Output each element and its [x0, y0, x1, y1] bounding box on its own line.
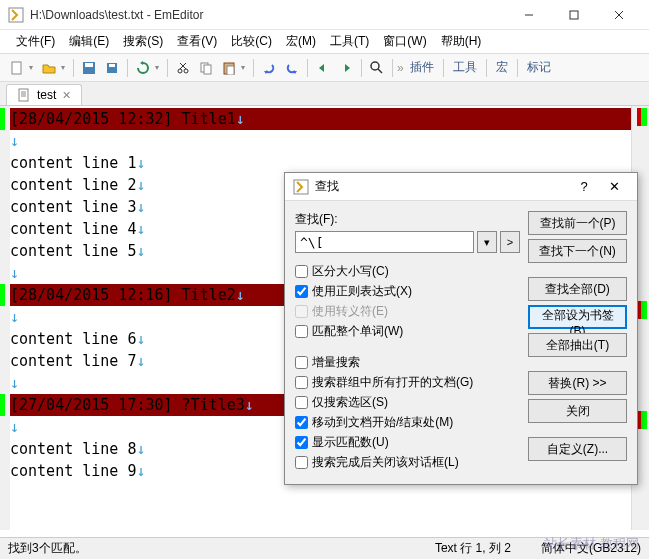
- svg-point-18: [371, 62, 379, 70]
- check-count[interactable]: 显示匹配数(U): [295, 434, 520, 451]
- replace-button[interactable]: 替换(R) >>: [528, 371, 627, 395]
- close-icon[interactable]: ✕: [62, 89, 71, 102]
- dropdown-icon[interactable]: ▾: [61, 63, 69, 72]
- window-controls: [506, 1, 641, 29]
- dropdown-icon[interactable]: ▾: [241, 63, 249, 72]
- maximize-button[interactable]: [551, 1, 596, 29]
- new-file-icon[interactable]: [6, 57, 28, 79]
- open-file-icon[interactable]: [38, 57, 60, 79]
- menu-view[interactable]: 查看(V): [171, 31, 223, 52]
- options-button[interactable]: >: [500, 231, 520, 253]
- app-icon: [8, 7, 24, 23]
- svg-rect-15: [204, 65, 211, 74]
- menu-tools[interactable]: 工具(T): [324, 31, 375, 52]
- svg-rect-20: [19, 89, 28, 101]
- cut-icon[interactable]: [172, 57, 194, 79]
- check-regex[interactable]: 使用正则表达式(X): [295, 283, 520, 300]
- menu-bar: 文件(F) 编辑(E) 搜索(S) 查看(V) 比较(C) 宏(M) 工具(T)…: [0, 30, 649, 54]
- check-all-open[interactable]: 搜索群组中所有打开的文档(G): [295, 374, 520, 391]
- check-incremental[interactable]: 增量搜索: [295, 354, 520, 371]
- svg-rect-2: [570, 11, 578, 19]
- find-dialog: 查找 ? ✕ 查找(F): ▾ > 区分大小写(C) 使用正则表达式(X) 使用…: [284, 172, 638, 485]
- dialog-close-button[interactable]: ✕: [599, 175, 629, 199]
- find-label: 查找(F):: [295, 211, 520, 228]
- check-wrap[interactable]: 移动到文档开始/结束处(M): [295, 414, 520, 431]
- toolbar-macro-button[interactable]: 宏: [491, 57, 513, 78]
- find-next-button[interactable]: 查找下一个(N): [528, 239, 627, 263]
- reload-icon[interactable]: [132, 57, 154, 79]
- svg-point-11: [184, 69, 188, 73]
- svg-rect-9: [109, 64, 115, 67]
- back-icon[interactable]: [312, 57, 334, 79]
- find-icon[interactable]: [366, 57, 388, 79]
- redo-icon[interactable]: [281, 57, 303, 79]
- status-encoding: 简体中文(GB2312): [541, 540, 641, 557]
- svg-rect-7: [85, 63, 93, 67]
- copy-icon[interactable]: [195, 57, 217, 79]
- tab-bar: test ✕: [0, 82, 649, 106]
- save-icon[interactable]: [78, 57, 100, 79]
- file-tab[interactable]: test ✕: [6, 84, 82, 105]
- document-icon: [17, 88, 31, 102]
- svg-rect-17: [227, 66, 234, 75]
- close-button[interactable]: 关闭: [528, 399, 627, 423]
- dropdown-icon[interactable]: ▾: [155, 63, 163, 72]
- status-position: Text 行 1, 列 2: [435, 540, 511, 557]
- menu-help[interactable]: 帮助(H): [435, 31, 488, 52]
- editor-line[interactable]: content line 1↓: [10, 152, 649, 174]
- help-button[interactable]: ?: [569, 175, 599, 199]
- window-title: H:\Downloads\test.txt - EmEditor: [30, 8, 506, 22]
- bookmark-all-button[interactable]: 全部设为书签(B): [528, 305, 627, 329]
- dropdown-icon[interactable]: ▾: [29, 63, 37, 72]
- undo-icon[interactable]: [258, 57, 280, 79]
- check-case[interactable]: 区分大小写(C): [295, 263, 520, 280]
- find-all-button[interactable]: 查找全部(D): [528, 277, 627, 301]
- close-button[interactable]: [596, 1, 641, 29]
- dialog-title-bar[interactable]: 查找 ? ✕: [285, 173, 637, 201]
- save-all-icon[interactable]: [101, 57, 123, 79]
- toolbar-markers-button[interactable]: 标记: [522, 57, 556, 78]
- menu-window[interactable]: 窗口(W): [377, 31, 432, 52]
- editor-line[interactable]: ↓: [10, 130, 649, 152]
- check-escape: 使用转义符(E): [295, 303, 520, 320]
- minimize-button[interactable]: [506, 1, 551, 29]
- customize-button[interactable]: 自定义(Z)...: [528, 437, 627, 461]
- check-whole-word[interactable]: 匹配整个单词(W): [295, 323, 520, 340]
- editor-gutter: [0, 106, 10, 530]
- status-matches: 找到3个匹配。: [8, 540, 87, 557]
- find-input[interactable]: [295, 231, 474, 253]
- paste-icon[interactable]: [218, 57, 240, 79]
- app-icon: [293, 179, 309, 195]
- menu-file[interactable]: 文件(F): [10, 31, 61, 52]
- toolbar-tools-button[interactable]: 工具: [448, 57, 482, 78]
- title-bar: H:\Downloads\test.txt - EmEditor: [0, 0, 649, 30]
- svg-line-19: [378, 69, 382, 73]
- status-bar: 找到3个匹配。 Text 行 1, 列 2 简体中文(GB2312): [0, 537, 649, 559]
- tab-label: test: [37, 88, 56, 102]
- menu-search[interactable]: 搜索(S): [117, 31, 169, 52]
- check-close-after[interactable]: 搜索完成后关闭该对话框(L): [295, 454, 520, 471]
- forward-icon[interactable]: [335, 57, 357, 79]
- svg-rect-5: [12, 62, 21, 74]
- toolbar-plugins-button[interactable]: 插件: [405, 57, 439, 78]
- svg-point-10: [178, 69, 182, 73]
- find-prev-button[interactable]: 查找前一个(P): [528, 211, 627, 235]
- dropdown-button[interactable]: ▾: [477, 231, 497, 253]
- dialog-title: 查找: [315, 178, 569, 195]
- menu-compare[interactable]: 比较(C): [225, 31, 278, 52]
- menu-macro[interactable]: 宏(M): [280, 31, 322, 52]
- toolbar: ▾ ▾ ▾ ▾ » 插件 工具 宏 标记: [0, 54, 649, 82]
- editor-line[interactable]: [28/04/2015 12:32] Title1↓: [10, 108, 649, 130]
- check-selection[interactable]: 仅搜索选区(S): [295, 394, 520, 411]
- menu-edit[interactable]: 编辑(E): [63, 31, 115, 52]
- extract-all-button[interactable]: 全部抽出(T): [528, 333, 627, 357]
